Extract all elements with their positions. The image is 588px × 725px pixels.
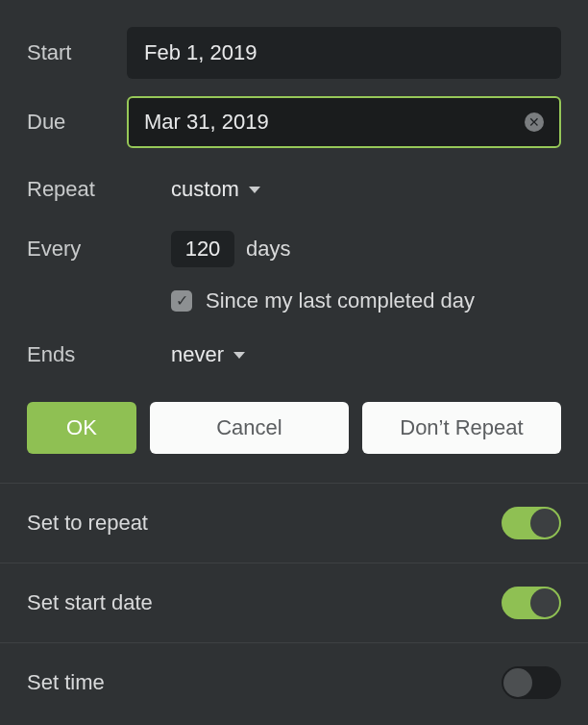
- dont-repeat-button[interactable]: Don’t Repeat: [362, 402, 561, 454]
- set-start-date-label: Set start date: [27, 590, 153, 615]
- since-last-checkbox[interactable]: ✓: [171, 290, 192, 312]
- chevron-down-icon: [233, 352, 245, 359]
- every-unit: days: [246, 237, 290, 262]
- clear-due-icon[interactable]: ✕: [525, 112, 544, 132]
- due-date-input[interactable]: Mar 31, 2019 ✕: [127, 96, 561, 148]
- every-label: Every: [27, 237, 171, 262]
- ends-label: Ends: [27, 342, 171, 367]
- check-icon: ✓: [176, 293, 188, 309]
- set-time-label: Set time: [27, 670, 105, 695]
- set-to-repeat-label: Set to repeat: [27, 511, 148, 536]
- set-to-repeat-toggle[interactable]: [502, 507, 561, 539]
- due-date-value: Mar 31, 2019: [144, 110, 269, 135]
- repeat-label: Repeat: [27, 177, 171, 202]
- repeat-dropdown[interactable]: custom: [171, 177, 260, 202]
- set-start-date-toggle[interactable]: [502, 587, 561, 619]
- start-date-value: Feb 1, 2019: [144, 40, 257, 65]
- set-time-toggle[interactable]: [502, 666, 561, 699]
- start-label: Start: [27, 40, 127, 65]
- ends-value: never: [171, 342, 224, 367]
- chevron-down-icon: [249, 187, 260, 193]
- every-number-input[interactable]: 120: [171, 231, 234, 267]
- start-date-input[interactable]: Feb 1, 2019: [127, 27, 561, 79]
- cancel-button[interactable]: Cancel: [150, 402, 349, 454]
- due-label: Due: [27, 110, 127, 135]
- since-last-label: Since my last completed day: [206, 288, 475, 313]
- ok-button[interactable]: OK: [27, 402, 136, 454]
- ends-dropdown[interactable]: never: [171, 342, 245, 367]
- repeat-value: custom: [171, 177, 239, 202]
